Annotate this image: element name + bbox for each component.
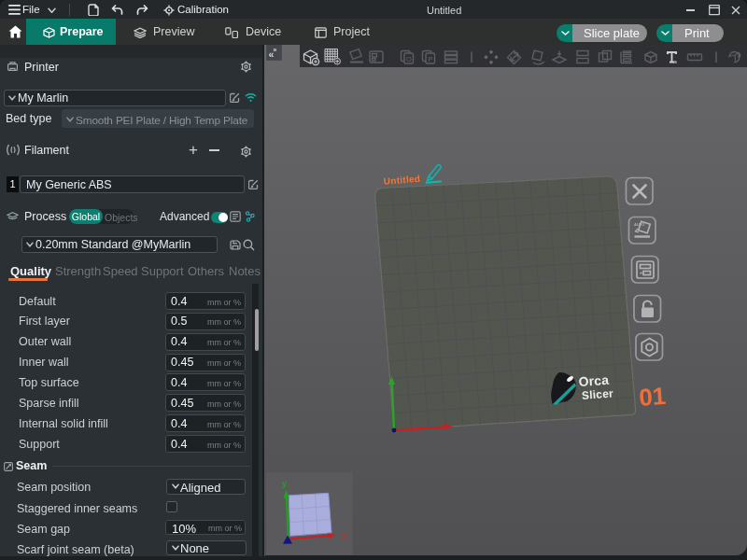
svg-text:»: » [274,47,277,53]
svg-text:Slicer: Slicer [582,387,614,402]
svg-text:O: O [406,55,412,63]
svg-text:y: y [282,479,287,488]
svg-text:01: 01 [638,382,667,412]
svg-text:AUTO: AUTO [634,222,644,227]
svg-text:x: x [342,531,346,540]
svg-text:P: P [429,55,433,63]
